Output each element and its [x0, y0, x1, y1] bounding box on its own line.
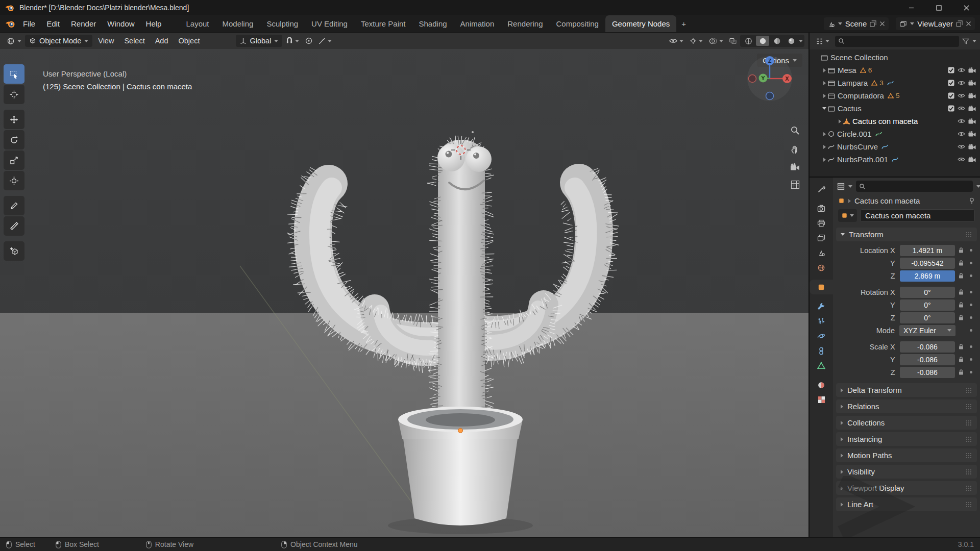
- expand-icon[interactable]: [821, 132, 828, 136]
- breadcrumb-object-name[interactable]: Cactus con maceta: [854, 196, 920, 205]
- workspace-tab-sculpting[interactable]: Sculpting: [260, 15, 305, 32]
- render-camera-icon[interactable]: [968, 118, 976, 124]
- panel-grip-icon[interactable]: [965, 436, 972, 442]
- animate-dot-icon[interactable]: [967, 304, 975, 306]
- maximize-button[interactable]: [925, 0, 952, 15]
- checkbox-icon[interactable]: [948, 92, 954, 99]
- navigation-gizmo[interactable]: Z X Y: [746, 55, 793, 102]
- outliner-row-nurbspath-001[interactable]: NurbsPath.001: [810, 153, 980, 166]
- transform-orientation-selector[interactable]: Global: [236, 35, 282, 47]
- mode-selector[interactable]: Object Mode: [25, 35, 92, 47]
- workspace-tab-modeling[interactable]: Modeling: [216, 15, 260, 32]
- section-line-art[interactable]: Line Art: [836, 497, 977, 511]
- workspace-tab-rendering[interactable]: Rendering: [501, 15, 549, 32]
- tool-rotate[interactable]: [4, 130, 24, 149]
- panel-grip-icon[interactable]: [965, 387, 972, 393]
- cactus-pot[interactable]: [398, 407, 523, 525]
- workspace-tab-uv-editing[interactable]: UV Editing: [305, 15, 354, 32]
- snap-toggle[interactable]: [283, 35, 302, 47]
- perspective-grid-icon[interactable]: [791, 180, 800, 189]
- checkbox-icon[interactable]: [948, 67, 954, 73]
- outliner-row-circle-001[interactable]: Circle.001: [810, 128, 980, 140]
- section-delta-transform[interactable]: Delta Transform: [836, 383, 977, 397]
- menu-object[interactable]: Object: [174, 35, 205, 46]
- outliner-row-mesa[interactable]: Mesa 6: [810, 64, 980, 77]
- tab-modifiers[interactable]: [810, 299, 833, 314]
- tool-cursor[interactable]: [4, 85, 24, 104]
- properties-search-input[interactable]: [868, 182, 970, 191]
- render-camera-icon[interactable]: [968, 131, 976, 137]
- properties-filter-dropdown[interactable]: [976, 185, 980, 188]
- menu-view[interactable]: View: [93, 35, 118, 46]
- xray-toggle[interactable]: [727, 35, 739, 47]
- tool-select-box[interactable]: [4, 64, 24, 84]
- tool-move[interactable]: [4, 110, 24, 129]
- lock-icon[interactable]: [955, 247, 967, 254]
- hide-eye-icon[interactable]: [958, 157, 965, 162]
- menu-add[interactable]: Add: [151, 35, 173, 46]
- expand-icon[interactable]: [836, 119, 843, 123]
- hide-eye-icon[interactable]: [958, 106, 965, 111]
- location-z-field[interactable]: 2.869 m: [900, 270, 955, 282]
- lock-icon[interactable]: [955, 343, 967, 350]
- section-motion-paths[interactable]: Motion Paths: [836, 448, 977, 462]
- properties-editor-type-icon[interactable]: [837, 183, 845, 190]
- properties-editor-dropdown[interactable]: [848, 185, 852, 188]
- shading-rendered-button[interactable]: [785, 36, 798, 46]
- tab-render[interactable]: [810, 201, 833, 216]
- section-relations[interactable]: Relations: [836, 399, 977, 413]
- lock-icon[interactable]: [955, 369, 967, 375]
- animate-dot-icon[interactable]: [967, 262, 975, 264]
- menu-help[interactable]: Help: [140, 17, 167, 30]
- tool-transform[interactable]: [4, 171, 24, 190]
- close-button[interactable]: [952, 0, 980, 15]
- render-camera-icon[interactable]: [968, 80, 976, 86]
- remove-view-layer-icon[interactable]: [966, 21, 971, 27]
- expand-icon[interactable]: [821, 81, 828, 85]
- lock-icon[interactable]: [955, 302, 967, 308]
- editor-type-button[interactable]: [4, 35, 24, 47]
- tab-particles[interactable]: [810, 314, 833, 329]
- view-layer-browse-icon[interactable]: [910, 22, 914, 25]
- rotation-y-field[interactable]: 0°: [900, 299, 955, 311]
- scale-x-field[interactable]: -0.086: [900, 341, 955, 353]
- section-viewport-display[interactable]: Viewport Display: [836, 481, 977, 495]
- proportional-falloff-selector[interactable]: [316, 35, 334, 47]
- section-instancing[interactable]: Instancing: [836, 432, 977, 446]
- outliner-search[interactable]: [835, 36, 959, 47]
- outliner-row-cactus-con-maceta[interactable]: Cactus con maceta: [810, 115, 980, 128]
- rotation-z-field[interactable]: 0°: [900, 312, 955, 323]
- workspace-tab-shading[interactable]: Shading: [412, 15, 454, 32]
- animate-dot-icon[interactable]: [967, 329, 975, 332]
- outliner-editor-type-button[interactable]: [813, 35, 832, 47]
- object-id-selector[interactable]: [838, 209, 857, 222]
- outliner-row-computadora[interactable]: Computadora 5: [810, 89, 980, 102]
- workspace-tab-geometry-nodes[interactable]: Geometry Nodes: [605, 15, 676, 32]
- tab-object-data[interactable]: [810, 358, 833, 373]
- menu-window[interactable]: Window: [102, 17, 140, 30]
- animate-dot-icon[interactable]: [967, 371, 975, 373]
- expand-icon[interactable]: [821, 158, 828, 162]
- object-type-visibility[interactable]: [667, 35, 686, 47]
- animate-dot-icon[interactable]: [967, 274, 975, 277]
- add-workspace-button[interactable]: +: [676, 15, 691, 32]
- zoom-icon[interactable]: [790, 126, 800, 135]
- workspace-tab-compositing[interactable]: Compositing: [550, 15, 605, 32]
- shading-material-button[interactable]: [770, 36, 783, 46]
- lock-icon[interactable]: [955, 289, 967, 295]
- workspace-tab-animation[interactable]: Animation: [454, 15, 501, 32]
- scene-browse-icon[interactable]: [838, 22, 842, 25]
- lock-icon[interactable]: [955, 260, 967, 266]
- lock-icon[interactable]: [955, 356, 967, 363]
- workspace-tab-layout[interactable]: Layout: [179, 15, 215, 32]
- unlink-scene-icon[interactable]: [879, 21, 885, 27]
- viewport-3d[interactable]: User Perspective (Local) (125) Scene Col…: [0, 49, 808, 537]
- viewport-canvas[interactable]: [0, 49, 808, 537]
- animate-dot-icon[interactable]: [967, 316, 975, 319]
- hide-eye-icon[interactable]: [958, 80, 965, 86]
- tab-view-layer[interactable]: [810, 231, 833, 245]
- panel-grip-icon[interactable]: [965, 420, 972, 426]
- minimize-button[interactable]: [897, 0, 925, 15]
- gizmos-toggle[interactable]: [687, 35, 705, 47]
- rotation-x-field[interactable]: 0°: [900, 287, 955, 298]
